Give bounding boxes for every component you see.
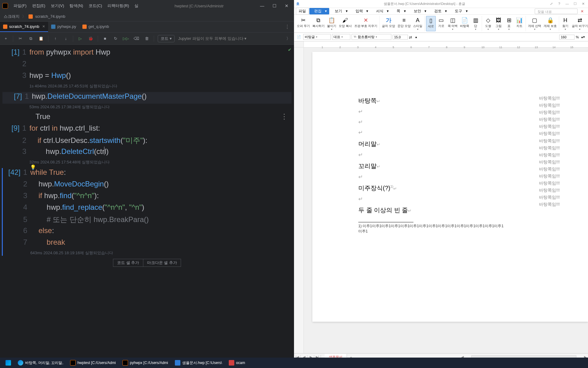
menu-run-trunc[interactable]: 실 xyxy=(132,2,141,10)
delete-cell-icon[interactable]: 🗑 xyxy=(143,36,150,41)
maximize-icon[interactable]: ☐ xyxy=(571,2,579,6)
chart-button[interactable]: 📊차트 xyxy=(514,16,524,31)
table-button[interactable]: ⊞표▾ xyxy=(504,16,514,31)
doc-empty-line[interactable]: ↵ xyxy=(358,127,505,138)
vertical-button[interactable]: ▯세로 xyxy=(426,16,436,31)
edge-button[interactable]: 바탕쪽, 머리말, 꼬리말, xyxy=(15,359,66,367)
document-page[interactable]: 바탕쪽↵ ↵ ↵ ↵ 머리말↵ ↵ 꼬리말↵ ↵ 미주장식(?)1)↵ ↵ 두 … xyxy=(312,52,588,322)
close-icon[interactable]: ✕ xyxy=(42,25,45,29)
object-select-button[interactable]: ▢개체 선택▾ xyxy=(527,16,542,31)
erase-button[interactable]: ✕조판 부호 지우기 xyxy=(353,16,379,31)
horizontal-ruler[interactable]: 123456789101112131415 xyxy=(294,41,588,48)
editor-area[interactable]: ✔ [1]1from pyhwpx import Hwp 2 3hwp = Hw… xyxy=(0,45,294,359)
vertical-ruler[interactable] xyxy=(294,48,304,353)
picture-button[interactable]: 🖼그림▾ xyxy=(494,16,503,31)
code-content[interactable]: from pyhwpx import Hwp xyxy=(29,48,110,56)
sub-close-icon[interactable]: ✕ xyxy=(578,9,586,14)
zoom-input[interactable]: 160 xyxy=(559,35,575,40)
menu-file[interactable]: 파일 xyxy=(296,8,309,15)
size-up-icon[interactable]: ▴ xyxy=(413,34,419,40)
search-input[interactable]: 찾을 내용 xyxy=(535,9,578,14)
code-content[interactable]: if ctrl.UserDesc.startswith("미주"): xyxy=(29,136,147,145)
code-content[interactable]: break xyxy=(30,238,65,247)
close-icon[interactable]: ✕ xyxy=(282,3,292,8)
taskbar-app[interactable]: ocam xyxy=(226,359,248,367)
expand-icon[interactable]: 〉 xyxy=(285,36,292,41)
font-size-input[interactable]: 15.0 xyxy=(393,35,408,40)
output-menu-icon[interactable]: ⋮ xyxy=(281,112,288,121)
copy-icon[interactable]: ⧉ xyxy=(27,36,34,41)
menu-code[interactable]: 코드(C) xyxy=(86,2,104,10)
move-up-icon[interactable]: ↑ xyxy=(52,36,59,41)
doc-empty-line[interactable]: ↵ xyxy=(358,194,505,204)
doc-text-line[interactable]: 두 줄 이상의 빈 줄↵ xyxy=(358,204,505,216)
maximize-icon[interactable]: ☐ xyxy=(270,3,279,8)
endnote-ref[interactable]: 1) xyxy=(390,185,393,188)
start-button[interactable] xyxy=(2,359,14,367)
tab-getq[interactable]: get_q.ipynb xyxy=(79,22,112,32)
breadcrumb-file[interactable]: scratch_74.ipynb xyxy=(35,14,65,19)
menu-view[interactable]: 보기 ▾ xyxy=(330,8,350,14)
char-format-button[interactable]: 가글자 모양 xyxy=(381,16,396,31)
menu-navigate[interactable]: 탐색(N) xyxy=(67,2,85,10)
doc-text-line[interactable]: 미주장식(?)1)↵ xyxy=(358,182,505,194)
style-button[interactable]: A스타일▾ xyxy=(412,16,423,31)
run-all-icon[interactable]: ▷▷ xyxy=(123,36,129,41)
font-dropdown[interactable]: ㄲ 함초롬바탕▾ xyxy=(352,34,391,40)
move-down-icon[interactable]: ↓ xyxy=(62,36,69,41)
notebook-cell-9[interactable]: [9]1for ctrl in hwp.ctrl_list: 2 if ctrl… xyxy=(0,124,294,165)
taskbar-app[interactable]: pyhwpx [C:/Users/Admi xyxy=(119,359,171,367)
column-button[interactable]: ▥단▾ xyxy=(471,16,481,31)
doc-text-line[interactable]: 머리말↵ xyxy=(358,138,505,150)
clear-output-icon[interactable]: ⌫ xyxy=(133,36,140,41)
cell-type-dropdown[interactable]: 코드 ▾ xyxy=(158,35,175,42)
cut-icon[interactable]: ✂ xyxy=(17,36,24,41)
code-content[interactable]: for ctrl in hwp.ctrl_list: xyxy=(29,124,100,132)
zoom-spinner-icon[interactable]: ▴▾ xyxy=(580,34,586,40)
code-content[interactable]: hwp = Hwp() xyxy=(29,71,71,80)
menu-tools[interactable]: 도구 ▾ xyxy=(450,8,470,14)
code-content[interactable]: # 또는 단순히 hwp.BreakPara() xyxy=(30,215,149,224)
tab-pyhwpx[interactable]: pyhwpx.py xyxy=(48,22,79,32)
tab-scratch74[interactable]: scratch_74.ipynb ✕ xyxy=(0,22,48,32)
code-content[interactable]: hwp.MoveDocBegin() xyxy=(30,180,109,188)
notebook-cell-1[interactable]: [1]1from pyhwpx import Hwp 2 3hwp = Hwp(… xyxy=(0,48,294,89)
tab-overflow-icon[interactable]: ⋮ xyxy=(281,24,294,30)
taskbar-app[interactable]: hwptest [C:/Users/Admi xyxy=(67,359,119,367)
menu-page[interactable]: 쪽 ▾ xyxy=(392,8,408,14)
add-code-cell-button[interactable]: 코드 셀 추가 xyxy=(113,259,143,267)
lang-dropdown[interactable]: 대표▾ xyxy=(332,34,350,40)
close-icon[interactable]: ✕ xyxy=(579,2,587,6)
code-content[interactable]: hwp.DeleteCtrl(ctrl) xyxy=(29,147,109,156)
menu-format[interactable]: 서식 ▾ xyxy=(371,8,391,14)
master-page-button[interactable]: 📄바탕쪽 xyxy=(459,16,470,31)
menu-security[interactable]: 보안 ▾ xyxy=(409,8,429,14)
format-painter-button[interactable]: 🖌모양 복사 xyxy=(338,16,353,31)
margin-button[interactable]: ◫쪽 여백▾ xyxy=(447,16,459,31)
horizontal-button[interactable]: ▭가로 xyxy=(436,16,446,31)
code-content[interactable]: hwp.DeleteDocumentMasterPage() xyxy=(32,92,147,101)
notebook-cell-7[interactable]: [7]1hwp.DeleteDocumentMasterPage() 53ms … xyxy=(0,92,294,121)
find-button[interactable]: H찾기▾ xyxy=(560,16,570,31)
notebook-cell-42[interactable]: [42]1while True: 2 hwp.MoveDocBegin() 3 … xyxy=(2,168,294,256)
object-protect-button[interactable]: 🔒개체 보호▾ xyxy=(543,16,558,31)
code-content[interactable]: if hwp.find("^n^n"): xyxy=(30,191,99,200)
replace-button[interactable]: ⇄글자 바꾸기▾ xyxy=(571,16,588,31)
style-dropdown[interactable]: 바탕글▾ xyxy=(303,34,331,40)
menu-edit[interactable]: 편집(E) xyxy=(30,2,48,10)
code-content[interactable]: while True: xyxy=(30,168,66,177)
menu-file[interactable]: 파일(F) xyxy=(11,2,29,10)
help-icon[interactable]: ? xyxy=(556,2,563,6)
menu-view[interactable]: 보기(V) xyxy=(48,2,66,10)
run-cell-icon[interactable]: ▷ xyxy=(77,36,84,41)
add-markdown-cell-button[interactable]: 마크다운 셀 추가 xyxy=(143,259,181,267)
para-format-button[interactable]: ≡문단 모양 xyxy=(397,16,412,31)
new-icon[interactable]: 📄 xyxy=(296,34,302,40)
code-content[interactable]: else: xyxy=(30,226,54,235)
doc-empty-line[interactable]: ↵ xyxy=(358,117,505,127)
minimize-icon[interactable]: — xyxy=(257,3,267,8)
paste-icon[interactable]: 📋 xyxy=(38,36,44,41)
code-content[interactable]: hwp.find_replace("^n^n", "^n") xyxy=(30,203,144,212)
add-cell-icon[interactable]: + xyxy=(2,36,9,41)
menu-review[interactable]: 검토 ▾ xyxy=(429,8,449,14)
